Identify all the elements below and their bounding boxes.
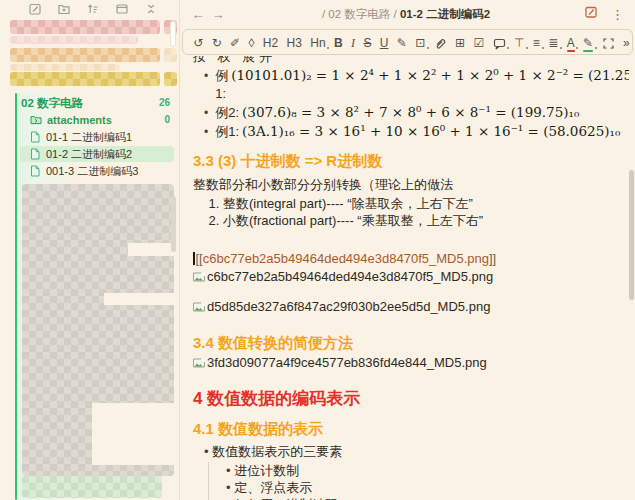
list-item[interactable]: 定、浮点表示 [226,479,623,496]
list-item[interactable]: 例1:(10101.01)₂ = 1 × 2⁴ + 1 × 2² + 1 × 2… [204,66,623,103]
editor-pane: ← → / 02 数字电路 / 01-2 二进制编码2 ⋮ ↺ ↻ ✐ ◊ H2… [180,0,635,500]
sidebar-item-doc-3[interactable]: 001-3 二进制编码3 [20,163,174,179]
forward-button[interactable]: → [208,7,228,22]
image-embed-syntax[interactable]: [[c6bc77eb2a5b49464ded494e3d8470f5_MD5.p… [193,251,623,267]
section-heading-3-3[interactable]: 3.3 (3) 十进制数 => R进制数 [193,151,623,171]
task-list-icon[interactable]: ☑ [469,31,488,53]
heading-n-button[interactable]: Hn [306,31,330,53]
list-icon[interactable]: ≡ [529,31,544,53]
image-filename: c6bc77eb2a5b49464ded494e3d8470f5_MD5.png [207,269,493,285]
paragraph[interactable]: 整数部分和小数部分分别转换（理论上的做法 [193,176,623,193]
redacted-item-yellow-stub [164,72,177,86]
redacted-gap [92,403,174,465]
new-folder-icon[interactable] [57,2,71,16]
sidebar-item-doc-1[interactable]: 01-1 二进制编码1 [20,129,174,145]
document-content[interactable]: 按 权 展开 例1:(10101.01)₂ = 1 × 2⁴ + 1 × 2² … [180,56,629,500]
breadcrumb-separator: / [322,8,325,20]
list-item[interactable]: 例2:(307.6)₈ = 3 × 8² + 7 × 8⁰ + 6 × 8⁻¹ … [204,103,623,122]
highlight-pen-icon[interactable]: ✎ [393,31,411,53]
section-heading-4-1[interactable]: 4.1 数值数据的表示 [193,419,623,439]
sidebar-item-label: 01-1 二进制编码1 [46,129,132,145]
list-item[interactable]: 进位计数制 [226,462,623,479]
notebook-active-indicator [15,93,17,500]
math-formula: (307.6)₈ = 3 × 8² + 7 × 8⁰ + 6 × 8⁻¹ = (… [242,103,579,121]
bullet-list: 数值数据表示的三要素 进位计数制 定、浮点表示 如何用二进制编码 [193,443,623,500]
notebook-title: 02 数字电路 [21,95,83,111]
new-doc-icon[interactable] [28,2,42,16]
text-cursor [193,252,195,265]
back-button[interactable]: ← [188,7,208,22]
sidebar-toolbar [28,2,158,16]
font-color-icon[interactable]: A [563,31,579,53]
broken-image-line[interactable]: d5d85de327a6f847ac29f030b2ee5d5d_MD5.png [193,299,623,315]
heading3-button[interactable]: H3 [282,31,306,53]
redacted-gap [128,243,174,256]
broken-image-icon [193,357,205,369]
editor-scrollbar-thumb[interactable] [629,170,634,300]
sidebar: 02 数字电路 26 attachments 0 01-1 二进制编码1 01-… [0,0,180,500]
redacted-tree-items-bottom[interactable] [22,476,162,498]
heading2-button[interactable]: H2 [259,31,283,53]
breadcrumb-notebook[interactable]: 02 数字电路 [328,8,390,20]
image-filename: 3fd3d09077a4f9ce4577eb836fd4e844_MD5.png [207,355,487,371]
clear-format-icon[interactable]: ◊ [244,31,258,53]
strikethrough-button[interactable]: S [359,31,375,53]
list-item[interactable]: 数值数据表示的三要素 进位计数制 定、浮点表示 如何用二进制编码 [204,443,623,500]
edit-doc-icon[interactable] [584,5,598,23]
section-heading-3-4[interactable]: 3.4 数值转换的简便方法 [193,333,623,353]
list-item[interactable]: 小数(fractional part)---- “乘基取整，上左下右” [223,212,623,229]
italic-button[interactable]: I [347,31,359,53]
fullscreen-icon[interactable] [597,31,618,53]
highlighter-icon[interactable]: ✎ [579,31,597,53]
redacted-item-pink[interactable] [10,20,160,34]
redacted-gap [104,293,174,305]
redacted-item-pink-2[interactable] [10,36,138,44]
attachment-icon[interactable] [430,31,451,53]
format-brush-icon[interactable]: ✐ [226,31,244,53]
sidebar-item-attachments[interactable]: attachments 0 [20,112,174,128]
embed-filename: c6bc77eb2a5b49464ded494e3d8470f5_MD5.png [203,251,489,266]
bold-button[interactable]: B [330,31,347,53]
quote-icon[interactable]: ⊤ [510,31,529,53]
redacted-item-orange[interactable] [10,48,160,62]
redacted-item-orange-2[interactable] [10,64,120,71]
broken-image-icon [193,271,205,283]
undo-icon[interactable]: ↺ [189,31,207,53]
collapse-icon[interactable] [144,2,158,16]
underline-button[interactable]: U [376,31,393,53]
breadcrumb-current-doc[interactable]: 01-2 二进制编码2 [400,8,490,20]
document-icon [29,165,41,177]
table-icon[interactable]: ⊞ [451,31,469,53]
sidebar-scrollbar-thumb[interactable] [170,21,176,47]
more-menu-icon[interactable]: ⋮ [608,7,627,22]
list-item[interactable]: 例1:(3A.1)₁₆ = 3 × 16¹ + 10 × 16⁰ + 1 × 1… [204,122,623,141]
sidebar-item-doc-2-selected[interactable]: 01-2 二进制编码2 [20,146,174,162]
document-icon [29,148,41,160]
line-height-icon[interactable]: ≣ [544,31,562,53]
redo-icon[interactable]: ↻ [207,31,225,53]
section-heading-4[interactable]: 4 数值数据的编码表示 [193,387,623,411]
broken-image-line[interactable]: c6bc77eb2a5b49464ded494e3d8470f5_MD5.png [193,269,623,285]
clipped-line[interactable]: 按 权 展开 [193,56,623,65]
folder-icon [30,114,42,126]
sidebar-scrollbar-thumb-2[interactable] [171,196,176,252]
more-tools-icon[interactable]: » [619,31,634,53]
sort-icon[interactable] [86,2,100,16]
breadcrumb-separator: / [394,8,397,20]
sidebar-item-label: 01-2 二进制编码2 [46,146,132,162]
image-filename: d5d85de327a6f847ac29f030b2ee5d5d_MD5.png [207,299,490,315]
breadcrumb: / 02 数字电路 / 01-2 二进制编码2 [228,7,584,22]
redacted-item-yellow[interactable] [10,72,160,86]
redacted-item-orange-stub [164,48,177,62]
panel-icon[interactable] [115,2,129,16]
sidebar-notebook[interactable]: 02 数字电路 26 [21,95,174,111]
broken-image-line[interactable]: 3fd3d09077a4f9ce4577eb836fd4e844_MD5.png [193,355,623,371]
comment-icon[interactable] [488,31,509,53]
editor-header: ← → / 02 数字电路 / 01-2 二进制编码2 ⋮ [180,0,635,28]
sidebar-item-label: 001-3 二进制编码3 [46,163,138,179]
list-item[interactable]: 如何用二进制编码 [226,496,623,500]
edit-block-icon[interactable]: ⊡ [411,31,429,53]
ordered-list: 整数(integral part)---- “除基取余，上右下左” 小数(fra… [193,195,623,229]
document-icon [29,131,41,143]
list-item[interactable]: 整数(integral part)---- “除基取余，上右下左” [223,195,623,212]
